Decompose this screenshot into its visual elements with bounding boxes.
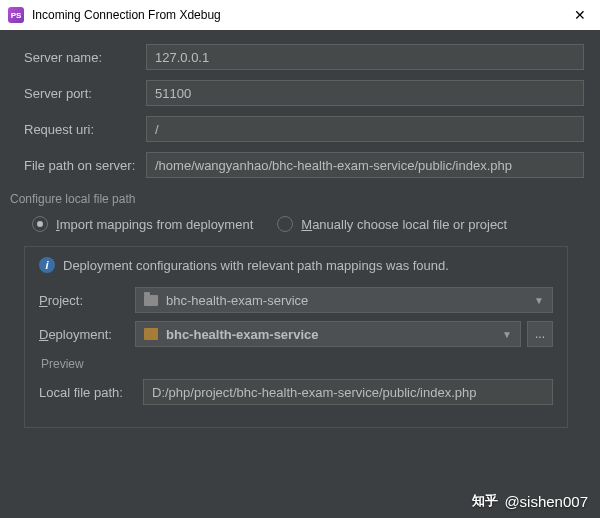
watermark-text: @sishen007: [504, 493, 588, 510]
close-icon[interactable]: ✕: [568, 7, 592, 23]
configure-section-label: Configure local file path: [10, 192, 584, 206]
preview-label: Preview: [41, 357, 553, 371]
server-port-input[interactable]: [146, 80, 584, 106]
deployment-select[interactable]: bhc-health-exam-service ▼: [135, 321, 521, 347]
window-title: Incoming Connection From Xdebug: [32, 8, 568, 22]
deployment-label: Deployment:: [39, 327, 135, 342]
server-port-label: Server port:: [24, 86, 146, 101]
project-select[interactable]: bhc-health-exam-service ▼: [135, 287, 553, 313]
info-text: Deployment configurations with relevant …: [63, 258, 449, 273]
deployment-row: Deployment: bhc-health-exam-service ▼ ..…: [39, 321, 553, 347]
request-uri-label: Request uri:: [24, 122, 146, 137]
info-message: i Deployment configurations with relevan…: [39, 257, 553, 273]
local-file-path-row: Local file path:: [39, 379, 553, 405]
info-icon: i: [39, 257, 55, 273]
radio-selected-icon: [32, 216, 48, 232]
folder-icon: [144, 295, 158, 306]
watermark: 知乎 @sishen007: [472, 492, 588, 510]
server-icon: [144, 328, 158, 340]
zhihu-logo: 知乎: [472, 492, 498, 510]
deployment-panel: i Deployment configurations with relevan…: [24, 246, 568, 428]
radio-group: Import mappings from deployment Manually…: [0, 216, 584, 232]
chevron-down-icon: ▼: [534, 295, 544, 306]
request-uri-row: Request uri:: [0, 116, 584, 142]
project-label: Project:: [39, 293, 135, 308]
radio-import-label: Import mappings from deployment: [56, 217, 253, 232]
server-name-row: Server name:: [0, 44, 584, 70]
radio-manual-label: Manually choose local file or project: [301, 217, 507, 232]
radio-unselected-icon: [277, 216, 293, 232]
chevron-down-icon: ▼: [502, 329, 512, 340]
project-row: Project: bhc-health-exam-service ▼: [39, 287, 553, 313]
server-port-row: Server port:: [0, 80, 584, 106]
file-path-server-row: File path on server:: [0, 152, 584, 178]
dialog-content: Server name: Server port: Request uri: F…: [0, 30, 600, 428]
server-name-input[interactable]: [146, 44, 584, 70]
request-uri-input[interactable]: [146, 116, 584, 142]
deployment-browse-button[interactable]: ...: [527, 321, 553, 347]
local-file-path-input[interactable]: [143, 379, 553, 405]
radio-import-mappings[interactable]: Import mappings from deployment: [32, 216, 253, 232]
project-value: bhc-health-exam-service: [166, 293, 308, 308]
deployment-value: bhc-health-exam-service: [166, 327, 318, 342]
file-path-server-label: File path on server:: [24, 158, 146, 173]
server-name-label: Server name:: [24, 50, 146, 65]
titlebar: PS Incoming Connection From Xdebug ✕: [0, 0, 600, 30]
file-path-server-input[interactable]: [146, 152, 584, 178]
radio-manual-choose[interactable]: Manually choose local file or project: [277, 216, 507, 232]
phpstorm-app-icon: PS: [8, 7, 24, 23]
local-file-path-label: Local file path:: [39, 385, 143, 400]
